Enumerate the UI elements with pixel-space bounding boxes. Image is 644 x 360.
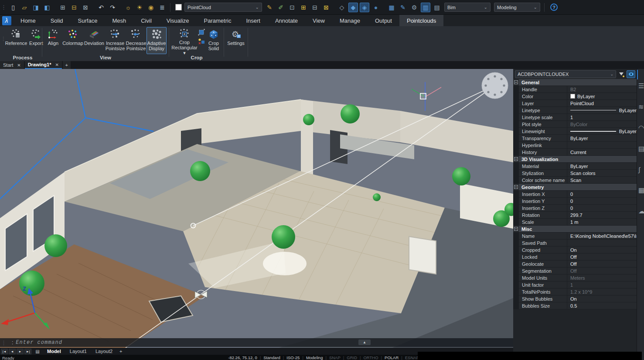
ribbon-tab-insert[interactable]: Insert [239, 15, 268, 26]
panel-cloud-icon[interactable]: ☁ [637, 207, 644, 215]
profile-combobox[interactable]: Modeling ⌄ [494, 3, 540, 12]
color-picker-icon[interactable]: ✐ [276, 3, 286, 12]
scan-bubble[interactable] [44, 234, 67, 257]
filter-button[interactable] [617, 70, 625, 78]
match-properties-icon[interactable]: ✎ [265, 3, 274, 12]
layout-tab-layout1[interactable]: Layout1 [65, 348, 91, 355]
adaptive-display-button[interactable]: Adaptive Display [147, 27, 167, 54]
panel-render-icon[interactable]: ▤ [637, 145, 644, 153]
prev-sheet-button[interactable]: ◄ [9, 349, 16, 354]
new-document-tab-button[interactable]: + [63, 61, 71, 69]
collapse-icon[interactable]: − [514, 80, 518, 84]
property-value[interactable]: ByLayer [567, 163, 637, 169]
scan-position-disc[interactable] [482, 72, 508, 99]
property-value[interactable]: B2 [567, 86, 637, 93]
command-history-expand-button[interactable]: ▲ [358, 339, 371, 345]
drawing-explorer-icon[interactable]: ▦ [387, 3, 396, 12]
property-value[interactable]: ByLayer [567, 107, 637, 113]
annotation-icon[interactable]: ✎ [398, 3, 408, 12]
property-value[interactable]: ByColor [567, 121, 637, 127]
colormap-button[interactable]: Colormap [63, 27, 83, 54]
property-value[interactable]: 1.2 x 10^9 [567, 288, 637, 295]
status-toggle-standard[interactable]: Standard [261, 355, 283, 360]
toolbar-grip[interactable]: ⋮ [0, 4, 7, 10]
app-menu-button[interactable]: λ [0, 15, 13, 26]
panel-curves-icon[interactable]: ∫ [637, 166, 644, 173]
ribbon-tab-annotate[interactable]: Annotate [268, 15, 305, 26]
xref-icon[interactable]: ⊟ [69, 3, 79, 12]
property-value[interactable]: Scan [567, 177, 637, 183]
scan-bubble[interactable] [341, 104, 360, 123]
view-hidden-icon[interactable]: ◆ [348, 3, 358, 12]
first-sheet-button[interactable]: |◄ [1, 349, 8, 354]
status-toggle-polar[interactable]: POLAR [382, 355, 401, 360]
undo-icon[interactable]: ↶ [96, 3, 106, 12]
layout-tab-model[interactable]: Model [43, 348, 65, 355]
command-input[interactable]: Enter command [16, 339, 62, 346]
save-as-icon[interactable]: ◧ [42, 3, 52, 12]
property-value[interactable]: Off [567, 261, 637, 267]
ribbon-tab-pointclouds[interactable]: Pointclouds [399, 15, 443, 26]
ribbon-tab-manage[interactable]: Manage [332, 15, 368, 26]
view-realistic-icon[interactable]: ◈ [360, 3, 369, 12]
light-icon[interactable]: ☼ [123, 3, 133, 12]
layout-tab-layout2[interactable]: Layout2 [91, 348, 117, 355]
increase-pointsize-button[interactable]: Increase Pointsize [105, 27, 126, 54]
sun-icon[interactable]: ☀ [135, 3, 144, 12]
collapse-icon[interactable]: − [514, 227, 518, 231]
panel-display-settings-icon[interactable]: ☰ [637, 82, 644, 90]
next-sheet-button[interactable]: ► [17, 349, 24, 354]
sheet-list-icon[interactable]: ▤ [34, 349, 41, 354]
ribbon-tab-visualize[interactable]: Visualize [159, 15, 197, 26]
line-handle[interactable] [191, 223, 196, 228]
section-header[interactable]: −Misc [513, 226, 637, 233]
property-value[interactable]: 0.5 [567, 302, 637, 309]
ribbon-tab-parametric[interactable]: Parametric [197, 15, 239, 26]
property-value[interactable]: E:\Koning Nobel\Cleaned\e57\Insid [567, 233, 637, 239]
command-bar[interactable]: ⋮ : Enter command ▲ [0, 338, 513, 347]
property-value[interactable]: ByLayer [567, 128, 637, 134]
layer-isolate-icon[interactable]: ⊟ [310, 3, 320, 12]
property-value[interactable]: 0 [567, 198, 637, 204]
close-icon[interactable]: ✕ [17, 63, 20, 68]
panel-library-icon[interactable]: ▦ [637, 186, 644, 194]
new-file-icon[interactable]: ▯ [8, 3, 18, 12]
property-value[interactable]: Off [567, 254, 637, 260]
viewport-canvas[interactable]: Z [0, 69, 513, 348]
ribbon-grip[interactable]: ⋮ [1, 36, 5, 42]
panel-sheets-icon[interactable]: ◠ [637, 124, 644, 132]
new-layout-button[interactable]: + [117, 349, 125, 354]
ribbon-tab-civil[interactable]: Civil [133, 15, 159, 26]
panel-layers-icon[interactable]: ≋ [637, 103, 644, 111]
command-bar-grip[interactable]: ⋮ [0, 339, 7, 346]
ribbon-tab-home[interactable]: Home [13, 15, 43, 26]
print-icon[interactable]: ≣ [157, 3, 167, 12]
property-value[interactable]: 1 [567, 281, 637, 288]
property-value[interactable]: 299.7 [567, 212, 637, 218]
property-value[interactable]: PointCloud [567, 100, 637, 106]
deviation-button[interactable]: Deviation [84, 27, 105, 54]
help-button[interactable]: ? [550, 3, 558, 11]
lock-icon[interactable]: ◉ [146, 3, 156, 12]
save-icon[interactable]: ◨ [31, 3, 41, 12]
workspace-combobox[interactable]: Bim ⌄ [444, 3, 491, 12]
property-value[interactable] [567, 142, 637, 148]
view-shaded-icon[interactable]: ● [371, 3, 381, 12]
document-tab[interactable]: Start✕ [0, 61, 24, 69]
ribbon-tab-surface[interactable]: Surface [71, 15, 105, 26]
document-tab[interactable]: Drawing1*✕ [25, 61, 62, 69]
attach-icon[interactable]: ⊞ [58, 3, 68, 12]
entity-type-combobox[interactable]: ACDBPOINTCLOUDEX ⌄ [515, 70, 616, 78]
property-value[interactable]: Meters [567, 274, 637, 281]
align-button[interactable]: Align [44, 27, 63, 54]
section-header[interactable]: −Geometry [513, 184, 637, 191]
property-value[interactable]: On [567, 295, 637, 302]
crop-solid-button[interactable]: Crop Solid [205, 27, 222, 54]
layer-combobox[interactable]: PointCloud ⌄ [184, 3, 262, 12]
show-cropped-icon[interactable] [198, 29, 205, 36]
scan-bubble[interactable] [272, 225, 295, 249]
collapse-icon[interactable]: − [514, 157, 518, 161]
status-toggle-grid[interactable]: GRID [344, 355, 360, 360]
pointcloud-settings-button[interactable]: ⚙ Settings [226, 27, 246, 54]
section-header[interactable]: −General [513, 79, 637, 86]
